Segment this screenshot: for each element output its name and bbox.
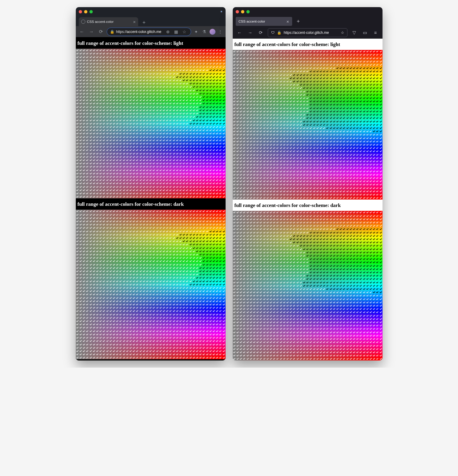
accent-cell[interactable] — [333, 314, 336, 317]
accent-cell[interactable] — [196, 300, 199, 303]
firefox-omnibox[interactable]: 🛡 🔒 https://accent-color.glitch.me ☆ — [268, 28, 347, 37]
accent-cell[interactable] — [112, 273, 116, 276]
accent-cell[interactable] — [319, 357, 322, 360]
accent-cell[interactable] — [89, 85, 92, 88]
accent-cell[interactable] — [112, 243, 116, 246]
accent-cell[interactable] — [359, 63, 362, 67]
accent-cell[interactable] — [192, 326, 196, 329]
accent-cell[interactable] — [336, 311, 339, 314]
accent-cell[interactable] — [246, 146, 249, 150]
accent-cell[interactable] — [212, 343, 215, 346]
accent-cell[interactable] — [329, 281, 332, 284]
accent-cell[interactable] — [166, 253, 169, 256]
accent-cell[interactable] — [155, 148, 159, 152]
accent-cell[interactable] — [309, 123, 312, 126]
accent-cell[interactable] — [169, 276, 172, 279]
accent-cell[interactable] — [333, 241, 336, 244]
accent-cell[interactable] — [366, 264, 369, 267]
accent-cell[interactable] — [366, 77, 369, 80]
accent-cell[interactable] — [319, 143, 322, 146]
accent-cell[interactable] — [269, 70, 273, 73]
accent-cell[interactable] — [243, 113, 246, 116]
accent-cell[interactable] — [342, 140, 346, 143]
accent-cell[interactable] — [122, 189, 125, 192]
accent-cell[interactable] — [185, 343, 189, 346]
accent-cell[interactable] — [299, 163, 303, 166]
accent-cell[interactable] — [192, 185, 196, 188]
accent-cell[interactable] — [89, 65, 92, 69]
accent-cell[interactable] — [236, 113, 239, 116]
accent-cell[interactable] — [233, 214, 236, 217]
accent-cell[interactable] — [359, 126, 362, 130]
accent-cell[interactable] — [309, 116, 312, 120]
accent-cell[interactable] — [322, 297, 326, 301]
accent-cell[interactable] — [96, 283, 99, 286]
accent-cell[interactable] — [283, 173, 286, 176]
accent-cell[interactable] — [192, 329, 196, 333]
accent-cell[interactable] — [142, 346, 146, 349]
accent-cell[interactable] — [172, 303, 175, 306]
accent-cell[interactable] — [273, 83, 276, 86]
accent-cell[interactable] — [262, 351, 266, 354]
accent-cell[interactable] — [276, 136, 279, 140]
accent-cell[interactable] — [329, 238, 332, 241]
accent-cell[interactable] — [286, 153, 289, 156]
accent-cell[interactable] — [106, 270, 109, 273]
accent-cell[interactable] — [366, 330, 369, 334]
accent-cell[interactable] — [366, 160, 369, 163]
accent-cell[interactable] — [139, 306, 142, 309]
accent-cell[interactable] — [273, 281, 276, 284]
accent-cell[interactable] — [132, 323, 136, 326]
accent-cell[interactable] — [279, 120, 282, 123]
accent-cell[interactable] — [172, 135, 175, 138]
accent-cell[interactable] — [312, 334, 316, 337]
accent-cell[interactable] — [222, 135, 225, 138]
accent-cell[interactable] — [279, 160, 282, 163]
accent-cell[interactable] — [342, 221, 346, 224]
accent-cell[interactable] — [202, 276, 205, 279]
accent-cell[interactable] — [322, 190, 326, 193]
accent-cell[interactable] — [205, 122, 209, 125]
accent-cell[interactable] — [372, 183, 376, 186]
accent-cell[interactable] — [259, 351, 262, 354]
accent-cell[interactable] — [243, 77, 246, 80]
accent-cell[interactable] — [189, 109, 192, 112]
accent-cell[interactable] — [256, 63, 259, 67]
accent-cell[interactable] — [289, 180, 292, 183]
accent-cell[interactable] — [236, 291, 239, 294]
accent-cell[interactable] — [132, 92, 136, 95]
accent-cell[interactable] — [155, 185, 159, 188]
accent-cell[interactable] — [146, 329, 149, 333]
accent-cell[interactable] — [312, 116, 316, 120]
accent-cell[interactable] — [162, 85, 166, 88]
accent-cell[interactable] — [102, 296, 106, 299]
accent-cell[interactable] — [86, 132, 89, 135]
accent-cell[interactable] — [215, 122, 219, 125]
accent-cell[interactable] — [349, 351, 352, 354]
accent-cell[interactable] — [176, 230, 179, 233]
accent-cell[interactable] — [159, 350, 162, 353]
accent-cell[interactable] — [253, 231, 256, 234]
accent-cell[interactable] — [329, 354, 332, 357]
accent-cell[interactable] — [292, 93, 296, 97]
accent-cell[interactable] — [102, 172, 106, 175]
accent-cell[interactable] — [202, 210, 205, 213]
accent-cell[interactable] — [176, 266, 179, 270]
accent-cell[interactable] — [359, 73, 362, 76]
accent-cell[interactable] — [202, 49, 205, 52]
accent-cell[interactable] — [266, 244, 269, 247]
accent-cell[interactable] — [159, 326, 162, 329]
accent-cell[interactable] — [299, 330, 303, 334]
accent-cell[interactable] — [152, 246, 155, 249]
accent-cell[interactable] — [329, 324, 332, 327]
accent-cell[interactable] — [289, 284, 292, 287]
accent-cell[interactable] — [182, 132, 185, 135]
accent-cell[interactable] — [112, 346, 116, 349]
accent-cell[interactable] — [342, 50, 346, 53]
accent-cell[interactable] — [126, 105, 129, 108]
accent-cell[interactable] — [329, 344, 332, 347]
accent-cell[interactable] — [349, 224, 352, 227]
accent-cell[interactable] — [212, 346, 215, 349]
accent-cell[interactable] — [215, 320, 219, 323]
accent-cell[interactable] — [283, 314, 286, 317]
